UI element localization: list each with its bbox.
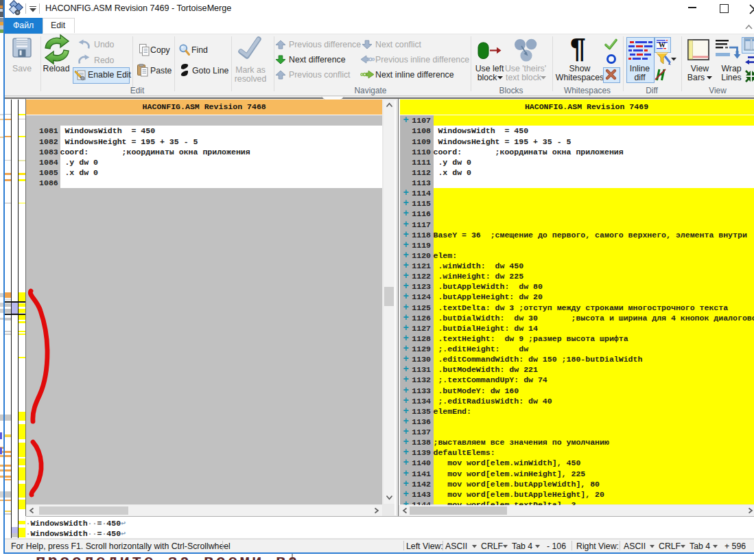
svg-text:W: W	[659, 40, 665, 48]
